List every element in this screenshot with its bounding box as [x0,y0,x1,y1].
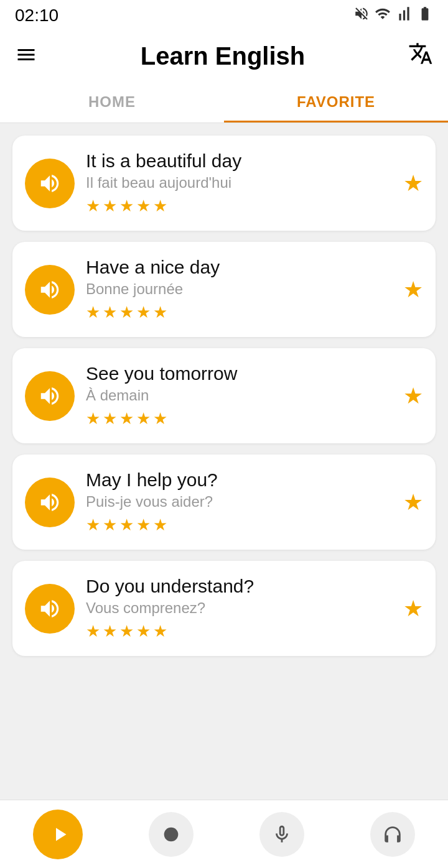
stars-2: ★★★★★ [86,303,392,322]
phrase-english-3: See you tomorrow [86,363,392,384]
phrase-english-2: Have a nice day [86,257,392,278]
record-button[interactable] [149,812,194,857]
favorite-star-1[interactable]: ★ [403,170,423,196]
menu-button[interactable] [15,44,37,69]
mute-icon [353,6,370,25]
status-icons [353,6,433,25]
status-time: 02:10 [15,6,58,25]
favorite-star-3[interactable]: ★ [403,383,423,409]
star-4: ★ [136,409,151,428]
star-1: ★ [86,622,100,641]
favorite-star-5[interactable]: ★ [403,596,423,622]
star-5: ★ [153,409,167,428]
star-3: ★ [119,515,134,535]
star-2: ★ [103,409,117,428]
phrase-content-2: Have a nice day Bonne journée ★★★★★ [86,257,392,322]
phrase-content-4: May I help you? Puis-je vous aider? ★★★★… [86,469,392,535]
audio-button-5[interactable] [25,584,75,634]
star-5: ★ [153,196,167,216]
star-3: ★ [119,303,134,322]
wifi-icon [375,6,391,25]
phrase-french-5: Vous comprenez? [86,599,392,617]
star-5: ★ [153,515,167,535]
tab-favorite[interactable]: FAVORITE [224,81,448,122]
phrase-card-3: See you tomorrow À demain ★★★★★ ★ [12,348,436,443]
star-5: ★ [153,303,167,322]
audio-button-4[interactable] [25,478,75,527]
star-5: ★ [153,622,167,641]
star-2: ★ [103,515,117,535]
phrase-content-5: Do you understand? Vous comprenez? ★★★★★ [86,576,392,641]
audio-button-2[interactable] [25,265,75,315]
star-1: ★ [86,196,100,216]
star-4: ★ [136,622,151,641]
phrase-english-5: Do you understand? [86,576,392,597]
audio-button-1[interactable] [25,159,75,208]
microphone-button[interactable] [259,812,304,857]
star-4: ★ [136,196,151,216]
phrase-english-4: May I help you? [86,469,392,491]
stars-3: ★★★★★ [86,409,392,428]
star-4: ★ [136,303,151,322]
audio-button-3[interactable] [25,371,75,421]
star-3: ★ [119,196,134,216]
phrase-french-2: Bonne journée [86,280,392,298]
star-1: ★ [86,515,100,535]
phrase-card-4: May I help you? Puis-je vous aider? ★★★★… [12,455,436,550]
phrase-list: It is a beautiful day Il fait beau aujou… [0,123,448,731]
star-3: ★ [119,409,134,428]
signal-icon [396,6,412,25]
play-button[interactable] [33,810,83,859]
bottom-bar [0,800,448,868]
svg-point-0 [164,827,179,841]
translate-button[interactable] [408,41,433,71]
phrase-card-2: Have a nice day Bonne journée ★★★★★ ★ [12,242,436,337]
headphones-button[interactable] [370,812,415,857]
phrase-card-1: It is a beautiful day Il fait beau aujou… [12,136,436,231]
phrase-card-5: Do you understand? Vous comprenez? ★★★★★… [12,561,436,656]
battery-icon [417,6,433,25]
star-1: ★ [86,303,100,322]
stars-5: ★★★★★ [86,622,392,641]
phrase-english-1: It is a beautiful day [86,150,392,172]
page-title: Learn English [141,42,306,70]
phrase-content-1: It is a beautiful day Il fait beau aujou… [86,150,392,216]
phrase-french-1: Il fait beau aujourd'hui [86,174,392,192]
tab-home[interactable]: HOME [0,81,224,122]
stars-1: ★★★★★ [86,196,392,216]
favorite-star-2[interactable]: ★ [403,277,423,303]
star-1: ★ [86,409,100,428]
phrase-french-3: À demain [86,387,392,404]
star-2: ★ [103,303,117,322]
header: Learn English [0,31,448,81]
star-2: ★ [103,622,117,641]
star-4: ★ [136,515,151,535]
status-bar: 02:10 [0,0,448,31]
star-3: ★ [119,622,134,641]
star-2: ★ [103,196,117,216]
stars-4: ★★★★★ [86,515,392,535]
phrase-french-4: Puis-je vous aider? [86,493,392,510]
tabs: HOME FAVORITE [0,81,448,123]
favorite-star-4[interactable]: ★ [403,489,423,515]
phrase-content-3: See you tomorrow À demain ★★★★★ [86,363,392,428]
